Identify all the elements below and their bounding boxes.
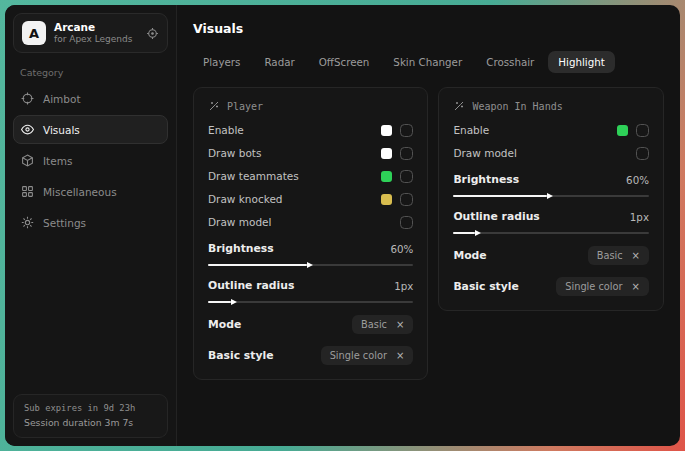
mode-select-chip[interactable]: Basic ×	[588, 246, 649, 265]
chip-value: Single color	[330, 350, 387, 361]
toggle-row-draw-model: Draw model	[208, 215, 413, 229]
box-icon	[21, 154, 34, 167]
tab-offscreen[interactable]: OffScreen	[309, 51, 380, 73]
tab-crosshair[interactable]: Crosshair	[476, 51, 544, 73]
chip-value: Basic	[597, 250, 623, 261]
toggle-row-draw-teammates: Draw teammates	[208, 169, 413, 183]
app-logo: A	[22, 21, 46, 45]
select-label: Basic style	[208, 349, 273, 362]
category-label: Category	[20, 67, 168, 78]
color-swatch[interactable]	[381, 125, 392, 136]
color-swatch[interactable]	[381, 194, 392, 205]
sidebar-item-settings[interactable]: Settings	[13, 208, 168, 237]
checkbox[interactable]	[400, 216, 413, 229]
toggle-row-draw-knocked: Draw knocked	[208, 192, 413, 206]
toggle-label: Draw teammates	[208, 170, 299, 182]
slider-label: Outline radius	[453, 210, 539, 223]
tab-bar: Players Radar OffScreen Skin Changer Cro…	[193, 51, 664, 73]
toggle-label: Draw model	[208, 216, 271, 228]
mode-select-row: Mode Basic ×	[208, 315, 413, 334]
brightness-slider[interactable]	[208, 264, 413, 266]
slider-label: Brightness	[208, 242, 274, 255]
card-header: Weapon In Hands	[453, 100, 649, 112]
checkbox[interactable]	[400, 170, 413, 183]
wand-icon	[208, 100, 220, 112]
session-duration-text: Session duration 3m 7s	[24, 416, 157, 430]
toggle-row-enable: Enable	[208, 123, 413, 137]
brand-card: A Arcane for Apex Legends	[13, 13, 168, 53]
page-title: Visuals	[193, 21, 664, 36]
sidebar-item-aimbot[interactable]: Aimbot	[13, 84, 168, 113]
toggle-label: Enable	[453, 124, 489, 136]
checkbox[interactable]	[636, 124, 649, 137]
color-swatch[interactable]	[617, 125, 628, 136]
outline-radius-slider-row: Outline radius 1px	[208, 279, 413, 303]
basic-style-select-chip[interactable]: Single color ×	[556, 277, 649, 296]
select-label: Mode	[208, 318, 241, 331]
toggle-row-draw-bots: Draw bots	[208, 146, 413, 160]
sidebar-nav: Aimbot Visuals Items	[13, 84, 168, 237]
subscription-info-card: Sub expires in 9d 23h Session duration 3…	[13, 394, 168, 438]
slider-value: 1px	[394, 280, 413, 292]
app-window: A Arcane for Apex Legends Category	[5, 5, 680, 446]
chip-close-icon[interactable]: ×	[396, 320, 404, 330]
color-swatch[interactable]	[381, 171, 392, 182]
basic-style-select-row: Basic style Single color ×	[208, 346, 413, 365]
checkbox[interactable]	[636, 147, 649, 160]
card-title-text: Player	[227, 101, 263, 112]
checkbox[interactable]	[400, 147, 413, 160]
tab-players[interactable]: Players	[193, 51, 250, 73]
chip-close-icon[interactable]: ×	[632, 282, 640, 292]
sidebar-item-items[interactable]: Items	[13, 146, 168, 175]
main-panel: Visuals Players Radar OffScreen Skin Cha…	[177, 5, 680, 446]
sidebar-item-label: Settings	[43, 217, 86, 229]
slider-thumb[interactable]	[231, 299, 237, 305]
tab-skin-changer[interactable]: Skin Changer	[383, 51, 472, 73]
chip-close-icon[interactable]: ×	[396, 351, 404, 361]
sidebar-item-label: Visuals	[43, 124, 80, 136]
sidebar-item-visuals[interactable]: Visuals	[13, 115, 168, 144]
sub-expires-text: Sub expires in 9d 23h	[24, 402, 157, 416]
gear-icon	[21, 216, 34, 229]
color-swatch[interactable]	[381, 148, 392, 159]
slider-value: 60%	[626, 174, 649, 186]
toggle-label: Draw bots	[208, 147, 261, 159]
slider-thumb[interactable]	[547, 193, 553, 199]
slider-thumb[interactable]	[475, 230, 481, 236]
chip-value: Basic	[361, 319, 387, 330]
cards-container: Player Enable Draw bots	[193, 87, 664, 380]
select-label: Mode	[453, 249, 486, 262]
player-card: Player Enable Draw bots	[193, 87, 428, 380]
basic-style-select-chip[interactable]: Single color ×	[321, 346, 414, 365]
brand-text: Arcane for Apex Legends	[54, 21, 138, 45]
outline-radius-slider[interactable]	[208, 301, 413, 303]
mode-select-chip[interactable]: Basic ×	[352, 315, 413, 334]
slider-thumb[interactable]	[307, 262, 313, 268]
card-header: Player	[208, 100, 413, 112]
target-icon[interactable]	[146, 27, 159, 40]
chip-value: Single color	[565, 281, 622, 292]
brightness-slider-row: Brightness 60%	[453, 173, 649, 197]
slider-value: 1px	[630, 211, 649, 223]
app-title: Arcane	[54, 21, 138, 34]
mode-select-row: Mode Basic ×	[453, 246, 649, 265]
toggle-label: Draw model	[453, 147, 516, 159]
wand-icon	[453, 100, 465, 112]
sidebar-item-miscellaneous[interactable]: Miscellaneous	[13, 177, 168, 206]
chip-close-icon[interactable]: ×	[632, 251, 640, 261]
card-title-text: Weapon In Hands	[472, 101, 562, 112]
eye-icon	[21, 123, 34, 136]
checkbox[interactable]	[400, 193, 413, 206]
basic-style-select-row: Basic style Single color ×	[453, 277, 649, 296]
outline-radius-slider[interactable]	[453, 232, 649, 234]
toggle-row-draw-model: Draw model	[453, 146, 649, 160]
brightness-slider-row: Brightness 60%	[208, 242, 413, 266]
toggle-row-enable: Enable	[453, 123, 649, 137]
sidebar-item-label: Miscellaneous	[43, 186, 117, 198]
tab-radar[interactable]: Radar	[254, 51, 304, 73]
tab-highlight[interactable]: Highlight	[548, 51, 615, 73]
slider-value: 60%	[391, 243, 414, 255]
brightness-slider[interactable]	[453, 195, 649, 197]
sidebar-item-label: Aimbot	[43, 93, 81, 105]
checkbox[interactable]	[400, 124, 413, 137]
